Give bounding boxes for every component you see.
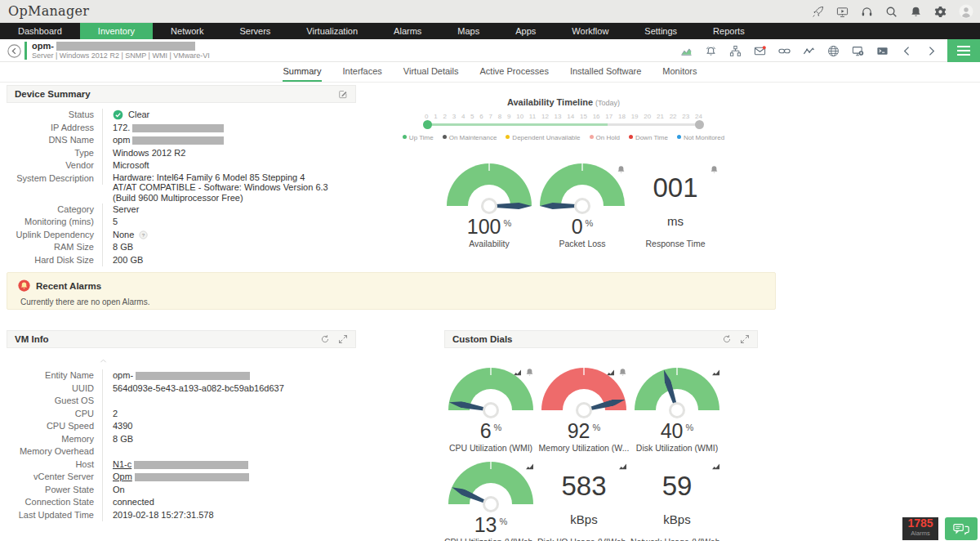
- search-icon[interactable]: [885, 4, 898, 19]
- chevron-right-icon[interactable]: [925, 43, 938, 58]
- expand-icon[interactable]: [740, 334, 750, 345]
- nav-item-inventory[interactable]: Inventory: [80, 23, 153, 39]
- chat-button[interactable]: [945, 517, 978, 540]
- alarm-count-badge[interactable]: 1785 Alarms: [902, 517, 938, 540]
- chevron-left-icon[interactable]: [901, 43, 913, 58]
- field-row: Power StateOn: [7, 484, 356, 497]
- refresh-icon[interactable]: [722, 334, 732, 345]
- gauge-tick: [581, 163, 583, 171]
- nav-item-workflow[interactable]: Workflow: [554, 23, 626, 39]
- field-row: CPU2: [7, 408, 356, 421]
- status-color-bar: [24, 42, 27, 60]
- nav-item-apps[interactable]: Apps: [497, 23, 554, 39]
- field-value-text: opm: [113, 135, 130, 145]
- link-icon[interactable]: [778, 43, 791, 58]
- dial-label: Network Usage (VIWeb...: [630, 537, 724, 541]
- bell-icon[interactable]: [910, 4, 922, 19]
- summary-dials: 100%Availability0%Packet Loss001msRespon…: [443, 159, 722, 248]
- legend-item-dependent-unavailable: Dependent Unavailable: [506, 134, 580, 141]
- gauge: [448, 462, 533, 507]
- gauge: [540, 163, 625, 209]
- field-row: CategoryServer: [7, 203, 356, 217]
- rocket-icon[interactable]: [812, 4, 824, 19]
- field-label: Category: [7, 203, 103, 217]
- field-row: TypeWindows 2012 R2: [7, 147, 356, 160]
- timeline-end-dot[interactable]: [695, 120, 704, 129]
- tab-installed-software[interactable]: Installed Software: [570, 62, 641, 82]
- tab-monitors[interactable]: Monitors: [662, 62, 697, 82]
- tab-summary[interactable]: Summary: [283, 62, 321, 82]
- timeline-tick-label: 12: [541, 113, 549, 120]
- tab-interfaces[interactable]: Interfaces: [343, 62, 382, 82]
- presentation-icon[interactable]: [836, 4, 849, 19]
- field-row: Memory8 GB: [7, 433, 356, 446]
- field-row: RAM Size8 GB: [7, 241, 356, 254]
- field-row: Entity Nameopm-: [7, 369, 356, 382]
- field-label: Last Updated Time: [7, 509, 103, 522]
- field-value: 564d093e-5e43-a193-a082-bc59ab16d637: [103, 382, 284, 396]
- timeline-uptime-segment: [426, 123, 608, 126]
- field-label: Memory Overhead: [7, 445, 103, 458]
- nav-item-reports[interactable]: Reports: [695, 23, 763, 39]
- field-value: Microsoft: [103, 159, 149, 172]
- field-value: Hardware: Intel64 Family 6 Model 85 Step…: [103, 172, 328, 203]
- dial-unit: %: [503, 218, 511, 228]
- gauge-hub: [483, 402, 499, 418]
- trend-icon[interactable]: [803, 43, 815, 58]
- nav-item-virtualization[interactable]: Virtualization: [288, 23, 376, 39]
- refresh-icon[interactable]: [320, 334, 330, 345]
- nav-item-settings[interactable]: Settings: [626, 23, 695, 39]
- field-label: System Description: [7, 172, 103, 186]
- dial-value: 583: [537, 462, 630, 507]
- legend-label: On Hold: [596, 134, 620, 141]
- field-value: opm-: [103, 369, 250, 382]
- nav-item-alarms[interactable]: Alarms: [376, 23, 439, 39]
- collapse-arrow-icon[interactable]: [99, 353, 108, 368]
- nav-item-dashboard[interactable]: Dashboard: [0, 23, 80, 39]
- globe-icon[interactable]: [827, 43, 840, 58]
- field-value: opm: [103, 134, 224, 147]
- bell-icon[interactable]: [710, 162, 719, 177]
- dial-label: Availability: [443, 239, 536, 248]
- avatar-icon[interactable]: [959, 4, 973, 20]
- chart-icon[interactable]: [711, 458, 720, 473]
- dial-unit: %: [686, 423, 694, 432]
- terminal-icon[interactable]: [876, 43, 889, 58]
- legend-dot: [506, 135, 510, 139]
- timeline-start-dot[interactable]: [423, 120, 432, 129]
- field-value-text: 4390: [113, 421, 132, 431]
- mail-icon[interactable]: [754, 43, 766, 58]
- screen-share-icon[interactable]: [852, 43, 864, 58]
- gauge: [635, 368, 719, 414]
- field-value-text: 564d093e-5e43-a193-a082-bc59ab16d637: [113, 383, 284, 393]
- dial-unit: %: [494, 423, 502, 432]
- headset-icon[interactable]: [861, 4, 873, 19]
- chart-icon[interactable]: [618, 458, 627, 473]
- tab-virtual-details[interactable]: Virtual Details: [403, 62, 459, 82]
- help-icon[interactable]: ?: [139, 229, 148, 242]
- field-value: Windows 2012 R2: [103, 147, 185, 160]
- gear-icon[interactable]: [934, 4, 947, 19]
- back-button[interactable]: [7, 43, 21, 57]
- topology-icon[interactable]: [729, 43, 742, 58]
- field-label: CPU: [7, 408, 103, 421]
- device-toolbar: [680, 39, 938, 62]
- legend-dot: [590, 135, 594, 139]
- timeline-tick-label: 11: [529, 113, 536, 120]
- menu-button[interactable]: [947, 39, 980, 62]
- edit-icon[interactable]: [338, 89, 348, 100]
- field-value-link[interactable]: N1-c: [113, 459, 131, 469]
- top-header: OpManager: [0, 0, 980, 23]
- area-chart-icon[interactable]: [680, 43, 693, 58]
- alarm-bell-icon[interactable]: [705, 43, 717, 58]
- nav-item-network[interactable]: Network: [153, 23, 221, 39]
- legend-label: Down Time: [635, 134, 668, 141]
- dial-unit: %: [593, 423, 601, 432]
- nav-item-maps[interactable]: Maps: [439, 23, 497, 39]
- field-value: connected: [103, 496, 154, 509]
- expand-icon[interactable]: [338, 334, 348, 345]
- timeline-tick-label: 21: [657, 113, 664, 120]
- nav-item-servers[interactable]: Servers: [221, 23, 288, 39]
- field-value-link[interactable]: Opm: [113, 472, 132, 481]
- tab-active-processes[interactable]: Active Processes: [480, 62, 549, 82]
